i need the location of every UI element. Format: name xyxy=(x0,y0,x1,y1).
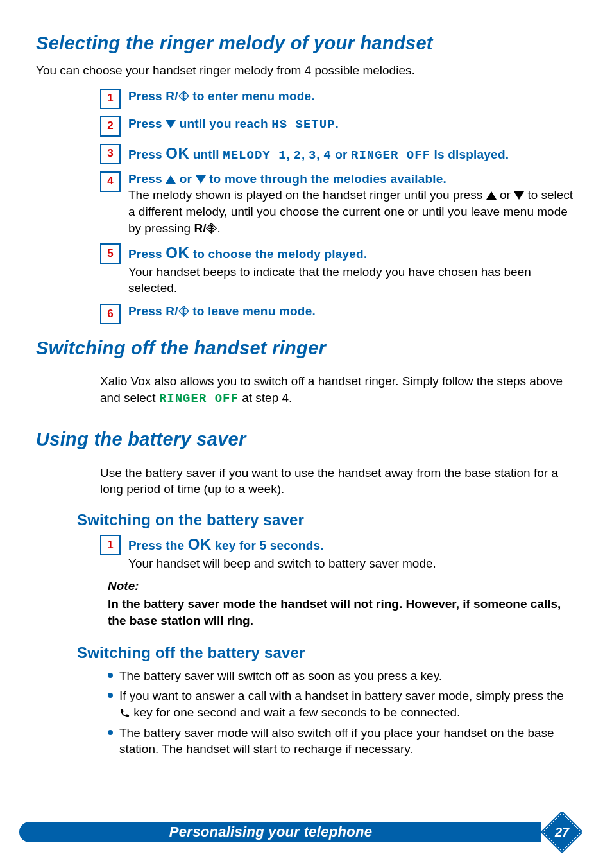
bullet-icon xyxy=(108,693,113,698)
list-text: The battery saver will switch off as soo… xyxy=(119,668,442,684)
heading-switch-off-ringer: Switching off the handset ringer xyxy=(36,336,576,361)
step-5: 5 Press OK to choose the melody played. … xyxy=(100,243,576,297)
step-text: to move through the melodies available. xyxy=(206,172,446,186)
key-r: R/ xyxy=(194,221,206,235)
step-4: 4 Press or to move through the melodies … xyxy=(100,171,576,237)
steps-melody: 1 Press R/ to enter menu mode. 2 Press u… xyxy=(100,88,576,324)
step-1: 1 Press the OK key for 5 seconds. Your h… xyxy=(100,534,576,571)
step-text: to choose the melody played. xyxy=(189,247,367,261)
step-text: until you reach xyxy=(176,117,271,130)
step-desc: The melody shown is played on the handse… xyxy=(128,188,486,202)
step-3: 3 Press OK until MELODY 1, 2, 3, 4 or RI… xyxy=(100,143,576,164)
step-number: 2 xyxy=(100,116,121,137)
step-text: Press xyxy=(128,172,166,186)
menu-code: 2 xyxy=(294,148,302,162)
step-text: , xyxy=(316,148,323,161)
step-text: until xyxy=(189,148,223,161)
step-text: key for 5 seconds. xyxy=(212,539,324,552)
nav-diamond-icon xyxy=(206,223,217,234)
heading-selecting-melody: Selecting the ringer melody of your hand… xyxy=(36,31,576,56)
ok-key: OK xyxy=(166,144,189,162)
triangle-up-icon xyxy=(486,191,497,200)
step-text: Press xyxy=(128,89,166,103)
triangle-up-icon xyxy=(166,175,176,184)
ok-key: OK xyxy=(166,244,189,261)
page-number: 27 xyxy=(541,812,582,853)
list-item: The battery saver will switch off as soo… xyxy=(108,668,571,684)
nav-diamond-icon xyxy=(178,91,189,101)
list-text: key for one second and wait a few second… xyxy=(130,706,460,719)
triangle-down-icon xyxy=(196,175,206,184)
step-text: Press xyxy=(128,247,166,261)
step-number: 1 xyxy=(100,535,121,555)
steps-battery-on: 1 Press the OK key for 5 seconds. Your h… xyxy=(100,534,576,571)
note-body: In the battery saver mode the handset wi… xyxy=(108,596,571,629)
step-text: . xyxy=(336,117,339,130)
step-1: 1 Press R/ to enter menu mode. xyxy=(100,88,576,109)
menu-code: RINGER OFF xyxy=(351,148,430,162)
key-r: R/ xyxy=(166,89,178,103)
step-number: 3 xyxy=(100,144,121,164)
step-2: 2 Press until you reach HS SETUP. xyxy=(100,116,576,137)
step-text: is displayed. xyxy=(430,148,509,161)
step-text: to enter menu mode. xyxy=(189,89,315,103)
menu-code: RINGER OFF xyxy=(159,392,239,406)
step-text: or xyxy=(332,148,351,161)
menu-code: 4 xyxy=(323,148,331,162)
menu-code: HS SETUP xyxy=(271,117,335,132)
step-text: Press the xyxy=(128,539,188,552)
menu-code: MELODY 1 xyxy=(223,148,286,162)
list-item: The battery saver mode will also switch … xyxy=(108,725,571,758)
triangle-down-icon xyxy=(514,191,524,200)
battery-off-list: The battery saver will switch off as soo… xyxy=(108,668,571,758)
step-number: 4 xyxy=(100,171,121,192)
list-item: If you want to answer a call with a hand… xyxy=(108,688,571,720)
nav-diamond-icon xyxy=(178,306,189,317)
page-content: Selecting the ringer melody of your hand… xyxy=(0,0,612,758)
triangle-down-icon xyxy=(166,120,176,128)
page-footer: Personalising your telephone 27 xyxy=(0,819,612,845)
step-text: to leave menu mode. xyxy=(189,304,316,318)
step-desc: Your handset beeps to indicate that the … xyxy=(128,264,576,297)
menu-code: 3 xyxy=(309,148,316,162)
bullet-icon xyxy=(108,730,113,735)
note-heading: Note: xyxy=(108,578,571,595)
key-r: R/ xyxy=(166,304,178,318)
step-number: 1 xyxy=(100,89,121,109)
step-desc: . xyxy=(217,221,220,235)
step-desc: or xyxy=(497,188,514,202)
step-text: Press xyxy=(128,304,166,318)
step-number: 6 xyxy=(100,304,121,324)
step-number: 5 xyxy=(100,243,121,264)
battery-intro: Use the battery saver if you want to use… xyxy=(100,465,571,498)
step-text: Press xyxy=(128,148,166,161)
step-text: Press xyxy=(128,117,166,130)
step-6: 6 Press R/ to leave menu mode. xyxy=(100,303,576,324)
step-text: , xyxy=(287,148,294,161)
ringer-off-para: Xalio Vox also allows you to switch off … xyxy=(100,373,571,407)
step-text: , xyxy=(302,148,309,161)
subheading-battery-off: Switching off the battery saver xyxy=(77,643,576,663)
ok-key: OK xyxy=(188,535,212,553)
bullet-icon xyxy=(108,673,113,678)
list-text: The battery saver mode will also switch … xyxy=(119,725,571,758)
subheading-battery-on: Switching on the battery saver xyxy=(77,510,576,530)
step-text: or xyxy=(176,172,195,186)
text: at step 4. xyxy=(239,391,292,404)
list-text: If you want to answer a call with a hand… xyxy=(119,689,564,702)
footer-label: Personalising your telephone xyxy=(0,822,541,842)
heading-battery-saver: Using the battery saver xyxy=(36,427,576,452)
step-desc: Your handset will beep and switch to bat… xyxy=(128,555,576,572)
intro-melody: You can choose your handset ringer melod… xyxy=(36,62,576,79)
phone-icon xyxy=(119,707,130,718)
